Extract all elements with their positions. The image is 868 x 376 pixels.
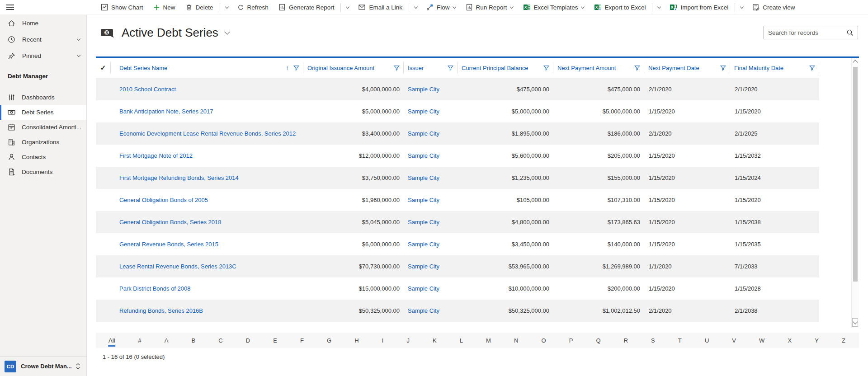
record-link[interactable]: Economic Development Lease Rental Revenu… [119, 130, 296, 137]
issuer-link[interactable]: Sample City [408, 241, 439, 248]
column-header-current-principal-balance[interactable]: Current Principal Balance [458, 58, 553, 78]
issuer-link[interactable]: Sample City [408, 219, 439, 226]
column-header-next-payment-amount[interactable]: Next Payment Amount [553, 58, 644, 78]
table-row[interactable]: Bank Anticipation Note, Series 2017 $5,0… [96, 100, 819, 122]
jumpbar-letter[interactable]: P [568, 336, 574, 345]
issuer-link[interactable]: Sample City [408, 86, 439, 93]
jumpbar-letter[interactable]: A [164, 336, 170, 345]
delete-button[interactable]: Delete [180, 0, 218, 14]
filter-icon[interactable] [293, 65, 299, 71]
show-chart-button[interactable]: Show Chart [96, 0, 148, 14]
sidebar-item-documents[interactable]: Documents [0, 164, 86, 179]
issuer-link[interactable]: Sample City [408, 197, 439, 203]
record-link[interactable]: Refunding Bonds, Series 2016B [119, 307, 203, 314]
jumpbar-letter[interactable]: B [191, 336, 197, 345]
jumpbar-letter[interactable]: S [650, 336, 656, 345]
filter-icon[interactable] [809, 65, 815, 71]
export-to-excel-button[interactable]: X Export to Excel [589, 0, 651, 14]
record-link[interactable]: General Obligation Bonds of 2005 [119, 197, 208, 203]
row-select-cell[interactable] [96, 211, 111, 233]
column-header-issuer[interactable]: Issuer [404, 58, 458, 78]
scroll-down-button[interactable] [852, 318, 858, 327]
sidebar-item-home[interactable]: Home [0, 15, 86, 31]
jumpbar-letter[interactable]: D [245, 336, 251, 345]
jumpbar-letter[interactable]: O [540, 336, 547, 345]
record-link[interactable]: General Obligation Bonds, Series 2018 [119, 219, 221, 226]
issuer-link[interactable]: Sample City [408, 108, 439, 115]
table-row[interactable]: Park District Bonds of 2008 $15,000,000.… [96, 277, 819, 300]
generate-report-button[interactable]: Generate Report [274, 0, 340, 14]
overflow-chevron-button[interactable] [654, 0, 665, 14]
column-header-debt-series-name[interactable]: Debt Series Name ↑ [111, 58, 303, 78]
jumpbar-letter[interactable]: Z [841, 336, 846, 345]
record-link[interactable]: First Mortgage Refunding Bonds, Series 2… [119, 174, 239, 181]
jumpbar-letter[interactable]: U [704, 336, 710, 345]
column-header-final-maturity-date[interactable]: Final Maturity Date [730, 58, 819, 78]
record-link[interactable]: 2010 School Contract [119, 86, 176, 93]
import-from-excel-button[interactable]: X Import from Excel [665, 0, 733, 14]
filter-icon[interactable] [394, 65, 400, 71]
search-input[interactable] [764, 29, 846, 36]
table-row[interactable]: First Mortgage Note of 2012 $12,000,000.… [96, 145, 819, 167]
create-view-button[interactable]: Create view [747, 0, 800, 14]
table-row[interactable]: General Obligation Bonds of 2005 $1,960,… [96, 189, 819, 211]
jumpbar-letter[interactable]: F [299, 336, 305, 345]
row-select-cell[interactable] [96, 145, 111, 167]
jumpbar-letter[interactable]: R [623, 336, 629, 345]
vertical-scrollbar[interactable] [851, 58, 859, 328]
row-select-cell[interactable] [96, 78, 111, 101]
search-button[interactable] [846, 29, 858, 37]
issuer-link[interactable]: Sample City [408, 174, 439, 181]
jumpbar-letter[interactable]: C [217, 336, 223, 345]
jumpbar-letter[interactable]: E [272, 336, 278, 345]
table-row[interactable]: First Mortgage Refunding Bonds, Series 2… [96, 167, 819, 189]
sidebar-item-consolidated-amortization[interactable]: Consolidated Amorti... [0, 120, 86, 135]
sidebar-item-dashboards[interactable]: Dashboards [0, 90, 86, 105]
jumpbar-letter[interactable]: W [758, 336, 765, 345]
jumpbar-letter[interactable]: All [108, 336, 116, 345]
jumpbar-letter[interactable]: T [677, 336, 683, 345]
filter-icon[interactable] [543, 65, 549, 71]
record-link[interactable]: General Revenue Bonds, Series 2015 [119, 241, 218, 248]
row-select-cell[interactable] [96, 167, 111, 189]
row-select-cell[interactable] [96, 100, 111, 122]
jumpbar-letter[interactable]: X [787, 336, 793, 345]
flow-button[interactable]: Flow [421, 0, 461, 14]
select-all-header[interactable]: ✓ [96, 58, 111, 78]
table-row[interactable]: Economic Development Lease Rental Revenu… [96, 122, 819, 145]
overflow-chevron-button[interactable] [222, 0, 232, 14]
issuer-link[interactable]: Sample City [408, 263, 439, 270]
scrollbar-thumb[interactable] [853, 67, 858, 282]
jumpbar-letter[interactable]: I [381, 336, 385, 345]
overflow-chevron-button[interactable] [410, 0, 421, 14]
new-button[interactable]: New [148, 0, 180, 14]
jumpbar-letter[interactable]: N [513, 336, 519, 345]
row-select-cell[interactable] [96, 233, 111, 255]
app-switcher[interactable]: CD Crowe Debt Man... [0, 356, 86, 376]
sidebar-item-contacts[interactable]: Contacts [0, 150, 86, 164]
email-a-link-button[interactable]: Email a Link [353, 0, 407, 14]
sidebar-item-recent[interactable]: Recent [0, 31, 86, 47]
record-link[interactable]: Lease Rental Revenue Bonds, Series 2013C [119, 263, 236, 270]
issuer-link[interactable]: Sample City [408, 152, 439, 159]
jumpbar-letter[interactable]: L [459, 336, 464, 345]
jumpbar-letter[interactable]: K [432, 336, 438, 345]
scroll-up-arrow-icon[interactable] [853, 60, 858, 65]
excel-templates-button[interactable]: X Excel Templates [518, 0, 589, 14]
issuer-link[interactable]: Sample City [408, 307, 439, 314]
jumpbar-letter[interactable]: V [731, 336, 737, 345]
column-header-next-payment-date[interactable]: Next Payment Date [644, 58, 730, 78]
run-report-button[interactable]: Run Report [461, 0, 518, 14]
row-select-cell[interactable] [96, 300, 111, 322]
table-row[interactable]: General Revenue Bonds, Series 2015 $6,00… [96, 233, 819, 255]
jumpbar-letter[interactable]: J [406, 336, 410, 345]
record-link[interactable]: First Mortgage Note of 2012 [119, 152, 193, 159]
hamburger-menu-button[interactable] [6, 5, 14, 10]
issuer-link[interactable]: Sample City [408, 285, 439, 292]
filter-icon[interactable] [448, 65, 453, 71]
jumpbar-letter[interactable]: H [354, 336, 359, 345]
sidebar-item-pinned[interactable]: Pinned [0, 47, 86, 64]
table-row[interactable]: General Obligation Bonds, Series 2018 $5… [96, 211, 819, 233]
refresh-button[interactable]: Refresh [232, 0, 274, 14]
issuer-link[interactable]: Sample City [408, 130, 439, 137]
